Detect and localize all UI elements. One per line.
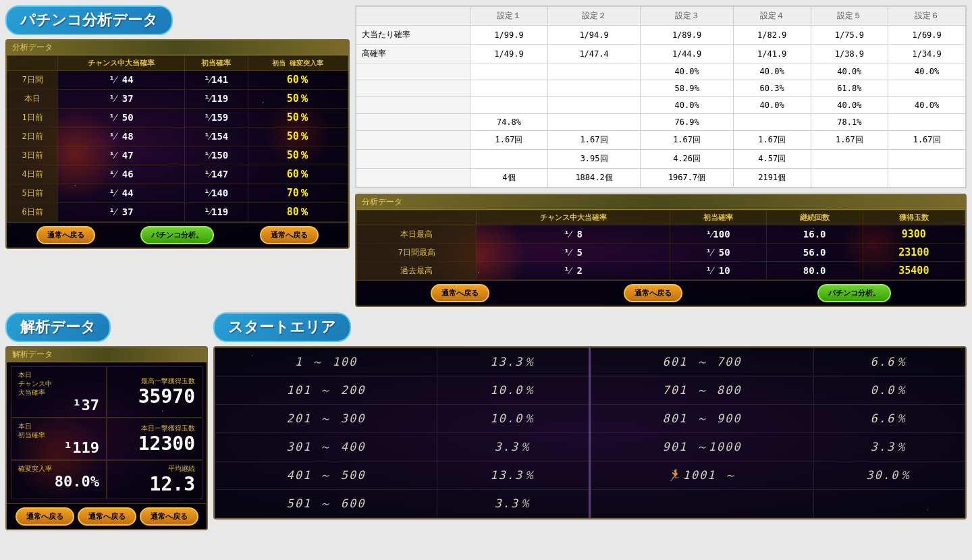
settings-v5-8	[811, 169, 888, 188]
a1-label-0: 7日間	[7, 71, 58, 90]
settings-empty-header	[356, 7, 470, 26]
sa-left-pct-5: 3.3％	[437, 490, 590, 518]
a1-c1-6: ¹⁄ 44	[58, 184, 185, 203]
col-empty	[7, 56, 58, 71]
btn-pachinko-1[interactable]: パチンコ分析。	[140, 226, 214, 244]
settings-v1-4	[470, 97, 548, 114]
sa-right-pct-3: 3.3％	[813, 433, 965, 461]
settings-v6-1: 1/34.9	[888, 45, 966, 63]
settings-v3-6: 1.67回	[641, 131, 734, 150]
a2-c1-1: ¹⁄ 5	[477, 244, 670, 262]
sa-left-pct-2: 10.0％	[437, 405, 590, 433]
settings-v3-8: 1967.7個	[641, 169, 734, 188]
settings-row-7: 3.95回 4.26回 4.57回	[356, 150, 966, 169]
sa-right-pct-0: 6.6％	[813, 348, 965, 376]
sa-right-range-2: 801 ～ 900	[590, 405, 813, 433]
settings-row-8: 4個 1884.2個 1967.7個 2191個	[356, 169, 966, 188]
settings-v1-8: 4個	[470, 169, 548, 188]
a1-c1-5: ¹⁄ 46	[58, 165, 185, 184]
btn-pachinko-2[interactable]: パチンコ分析。	[817, 284, 891, 302]
analysis1-row-7: 6日前 ¹⁄ 37 ¹⁄119 80％	[7, 203, 348, 222]
settings-table-wrapper: 設定１ 設定２ 設定３ 設定４ 設定５ 設定６ 大当たり確率 1/99.9 1/…	[355, 5, 967, 188]
a2-c2-2: ¹⁄ 10	[670, 262, 766, 280]
settings-v5-2: 40.0%	[811, 63, 888, 80]
sa-left-range-5: 501 ～ 600	[215, 490, 437, 518]
kd-value-2: ¹119	[18, 439, 99, 456]
settings-v4-1: 1/41.9	[733, 45, 811, 63]
analysis-panel-1-bg: 分析データ チャンス中大当確率 初当確率 初当 確変突入率	[7, 40, 348, 248]
settings-h2: 設定２	[547, 7, 641, 26]
settings-v6-3	[888, 80, 966, 97]
analysis1-row-3: 2日前 ¹⁄ 48 ¹⁄154 50％	[7, 128, 348, 146]
kd-cell-5: 平均継続 12.3	[107, 460, 202, 499]
kd-value-4: 80.0%	[18, 473, 99, 490]
settings-v5-0: 1/75.9	[811, 26, 888, 45]
btn-kaiseki-3[interactable]: 通常へ戻る	[140, 507, 198, 526]
settings-v1-2	[470, 63, 548, 80]
settings-label-5	[356, 114, 470, 131]
kd-label-2: 本日初当確率	[18, 422, 99, 439]
a1-c2-1: ¹⁄119	[184, 90, 248, 109]
main-layout: パチンコ分析データ 分析データ チャンス中大当確率 初当確率 初当 確変突入	[0, 0, 972, 560]
a1-c2-7: ¹⁄119	[184, 203, 248, 222]
panel1-header: 分析データ	[7, 40, 348, 55]
sa-left-pct-0: 13.3％	[437, 348, 590, 376]
btn-kaiseki-2[interactable]: 通常へ戻る	[78, 507, 136, 526]
p2-col-empty	[357, 211, 477, 225]
settings-v2-3	[547, 80, 641, 97]
sa-left-range-3: 301 ～ 400	[215, 433, 437, 461]
settings-v4-7: 4.57回	[733, 150, 811, 169]
analysis2-row-2: 過去最高 ¹⁄ 2 ¹⁄ 10 80.0 35400	[357, 262, 965, 280]
kd-label-3: 本日一撃獲得玉数	[141, 424, 195, 432]
sa-right-pct-5	[813, 490, 965, 518]
btn-return-2b[interactable]: 通常へ戻る	[624, 284, 682, 302]
a2-c2-0: ¹⁄100	[670, 225, 766, 244]
sa-left-pct-3: 3.3％	[437, 433, 590, 461]
settings-label-3	[356, 80, 470, 97]
kd-label-5: 平均継続	[168, 464, 195, 473]
a1-label-3: 2日前	[7, 128, 58, 146]
kd-value-5: 12.3	[150, 473, 195, 495]
p2-col-chance: チャンス中大当確率	[477, 211, 670, 225]
analysis-table-1: チャンス中大当確率 初当確率 初当 確変突入率 7日間 ¹⁄ 44 ¹⁄141 …	[7, 55, 348, 222]
col-chance: チャンス中大当確率	[58, 56, 185, 71]
analysis1-row-5: 4日前 ¹⁄ 46 ¹⁄147 60％	[7, 165, 348, 184]
p2-col-balls: 獲得玉数	[863, 211, 965, 225]
start-area-panel: 1 ～ 100 13.3％ 601 ～ 700 6.6％ 101 ～ 200 1…	[213, 346, 967, 520]
settings-v2-0: 1/94.9	[547, 26, 641, 45]
btn-return-1b[interactable]: 通常へ戻る	[260, 226, 319, 244]
kd-cell-1: 最高一撃獲得玉数 35970	[107, 366, 202, 418]
top-row: パチンコ分析データ 分析データ チャンス中大当確率 初当確率 初当 確変突入	[5, 5, 967, 307]
settings-v2-1: 1/47.4	[547, 45, 641, 63]
a1-c2-6: ¹⁄140	[184, 184, 248, 203]
settings-v5-3: 61.8%	[811, 80, 888, 97]
sa-left-pct-1: 10.0％	[437, 376, 590, 405]
settings-v5-5: 78.1%	[811, 114, 888, 131]
a1-c1-7: ¹⁄ 37	[58, 203, 185, 222]
settings-v4-4: 40.0%	[733, 97, 811, 114]
analysis-panel-1: 分析データ チャンス中大当確率 初当確率 初当 確変突入率	[5, 39, 350, 249]
a1-c3-7: 80％	[248, 203, 348, 222]
a1-c1-3: ¹⁄ 48	[58, 128, 185, 146]
a2-c1-0: ¹⁄ 8	[477, 225, 670, 244]
btn-kaiseki-1[interactable]: 通常へ戻る	[16, 507, 74, 526]
analysis1-row-0: 7日間 ¹⁄ 44 ¹⁄141 60％	[7, 71, 348, 90]
settings-v6-6: 1.67回	[888, 131, 966, 150]
settings-v1-7	[470, 150, 548, 169]
btn-return-2a[interactable]: 通常へ戻る	[431, 284, 489, 302]
a1-c3-0: 60％	[248, 71, 348, 90]
settings-v3-1: 1/44.9	[641, 45, 734, 63]
start-area-bg: 1 ～ 100 13.3％ 601 ～ 700 6.6％ 101 ～ 200 1…	[215, 347, 965, 518]
start-row-4: 401 ～ 500 13.3％ 🏃1001 ～ 30.0％	[215, 461, 965, 490]
btn-return-1a[interactable]: 通常へ戻る	[36, 226, 95, 244]
a1-c3-3: 50％	[248, 128, 348, 146]
a1-label-2: 1日前	[7, 109, 58, 128]
a1-label-7: 6日前	[7, 203, 58, 222]
settings-row-4: 40.0% 40.0% 40.0% 40.0%	[356, 97, 966, 114]
a2-c3-2: 80.0	[766, 262, 863, 280]
settings-v5-6: 1.67回	[811, 131, 888, 150]
a1-c1-1: ¹⁄ 37	[58, 90, 185, 109]
pachinko-section: パチンコ分析データ 分析データ チャンス中大当確率 初当確率 初当 確変突入	[5, 5, 350, 249]
settings-row-5: 74.8% 76.9% 78.1%	[356, 114, 966, 131]
a1-c2-2: ¹⁄159	[184, 109, 248, 128]
